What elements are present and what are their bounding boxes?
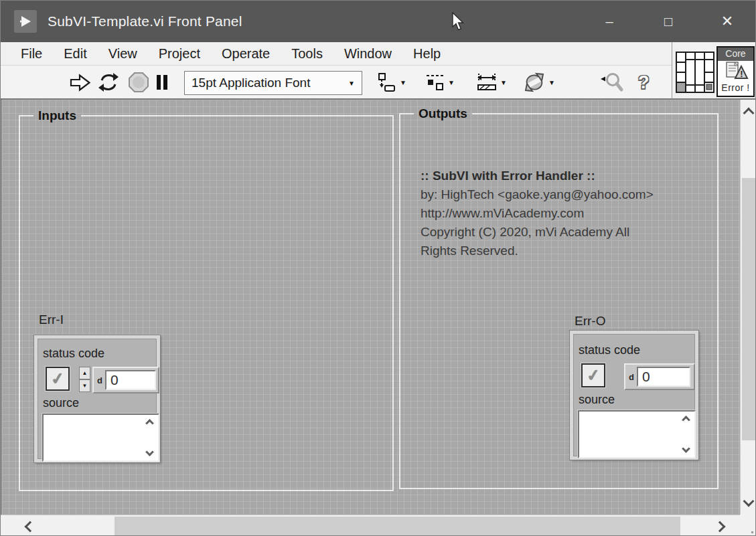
reorder-objects-icon [523, 72, 546, 93]
source-scrollbar[interactable] [142, 416, 157, 459]
status-label: status [579, 343, 611, 357]
labview-app-icon [14, 10, 37, 33]
code-field[interactable]: 0 [105, 370, 156, 390]
credits-line: by: HighTech <gaoke.yang@yahoo.com> [421, 185, 702, 204]
search-button[interactable] [599, 66, 625, 98]
mouse-cursor [452, 12, 467, 32]
grip-dots-icon [751, 531, 753, 533]
menu-tools[interactable]: Tools [281, 46, 333, 62]
pause-icon [155, 73, 169, 92]
pause-button[interactable] [155, 66, 169, 98]
scroll-right-icon[interactable] [714, 521, 726, 533]
menu-window[interactable]: Window [333, 46, 402, 62]
credits-line: Rights Reserved. [421, 242, 702, 260]
source-textarea[interactable] [578, 410, 696, 458]
scroll-up-icon[interactable] [145, 419, 154, 428]
vertical-scrollbar[interactable] [740, 100, 756, 515]
run-arrow-icon [70, 74, 91, 92]
increment-button[interactable]: ▲ [79, 367, 90, 379]
code-field-plate: d 0 [92, 367, 159, 393]
resize-objects-button[interactable]: ▼ [476, 66, 507, 98]
scroll-left-icon[interactable] [25, 521, 36, 533]
vi-icon-title: Core [718, 48, 753, 61]
radix-label: d [94, 375, 105, 385]
status-checkbox[interactable]: ✓ [46, 367, 70, 391]
decrement-button[interactable]: ▼ [79, 379, 90, 392]
help-icon: ? [638, 72, 650, 93]
menu-file[interactable]: File [10, 46, 53, 62]
menu-project[interactable]: Project [148, 46, 211, 62]
scroll-up-icon[interactable] [743, 108, 755, 119]
scroll-down-icon[interactable] [743, 496, 755, 507]
context-help-button[interactable]: ? [638, 66, 650, 98]
scroll-down-icon[interactable] [682, 444, 690, 453]
font-selector-value: 15pt Application Font [192, 76, 346, 90]
err-i-cluster: status code ✓ ▲ ▼ d 0 source [34, 335, 160, 462]
code-field[interactable]: 0 [637, 367, 690, 387]
search-icon [599, 71, 625, 94]
align-objects-icon [377, 72, 397, 92]
abort-octagon-icon [128, 72, 149, 93]
chevron-down-icon: ▼ [400, 79, 406, 86]
status-label: status [43, 347, 75, 361]
vi-badge-area: Core ! Error ! [672, 42, 756, 100]
credits-line: http://www.mViAcademy.com [421, 204, 702, 223]
chevron-down-icon: ▼ [448, 79, 455, 86]
credits-line: Copyright (C) 2020, mVi Academy All [421, 223, 702, 242]
checkmark-icon: ✓ [586, 365, 601, 385]
err-i-label: Err-I [39, 312, 64, 327]
close-button[interactable]: ✕ [698, 1, 756, 42]
source-label: source [43, 396, 79, 410]
align-objects-button[interactable]: ▼ [377, 66, 406, 98]
radix-label: d [625, 372, 637, 382]
source-textarea[interactable] [42, 414, 159, 462]
menu-view[interactable]: View [98, 46, 148, 62]
chevron-down-icon: ▼ [548, 79, 555, 86]
minimize-button[interactable]: – [580, 1, 639, 42]
menu-help[interactable]: Help [402, 46, 451, 62]
resize-objects-icon [476, 72, 498, 92]
credits-line: :: SubVI with Error Handler :: [421, 167, 702, 185]
abort-button[interactable] [128, 66, 149, 98]
font-selector[interactable]: 15pt Application Font ▼ [184, 71, 362, 95]
title-bar: SubVI-Template.vi Front Panel – □ ✕ [1, 1, 756, 42]
code-field-plate: d 0 [624, 363, 695, 390]
run-continuously-button[interactable] [96, 66, 121, 98]
resize-grip[interactable] [740, 515, 756, 536]
scroll-down-icon[interactable] [145, 448, 154, 456]
credits-text: :: SubVI with Error Handler :: by: HighT… [421, 167, 702, 260]
status-checkbox[interactable]: ✓ [581, 363, 605, 387]
vertical-scroll-thumb[interactable] [742, 178, 756, 440]
distribute-objects-icon [425, 72, 445, 92]
err-o-cluster: status code ✓ d 0 source [570, 331, 698, 460]
vi-icon[interactable]: Core ! Error ! [716, 46, 755, 97]
err-o-label: Err-O [575, 314, 605, 329]
reorder-objects-button[interactable]: ▼ [523, 66, 555, 98]
outputs-frame-title: Outputs [414, 106, 472, 121]
labview-front-panel-window: SubVI-Template.vi Front Panel – □ ✕ File… [0, 0, 756, 536]
code-label: code [614, 343, 640, 357]
svg-text:!: ! [740, 69, 743, 79]
horizontal-scrollbar[interactable] [1, 515, 740, 536]
play-arrow-icon [18, 14, 33, 29]
chevron-down-icon: ▼ [348, 80, 355, 87]
front-panel: Inputs Outputs :: SubVI with Error Handl… [1, 100, 740, 515]
horizontal-scroll-thumb[interactable] [115, 517, 680, 536]
toolbar: 15pt Application Font ▼ ▼ ▼ [1, 66, 672, 100]
code-spinner[interactable]: ▲ ▼ [79, 367, 90, 392]
menu-edit[interactable]: Edit [53, 46, 97, 62]
menu-operate[interactable]: Operate [211, 46, 281, 62]
vi-icon-error-label: Error ! [721, 82, 749, 93]
distribute-objects-button[interactable]: ▼ [425, 66, 455, 98]
run-button[interactable] [70, 66, 91, 98]
scroll-up-icon[interactable] [682, 416, 690, 424]
maximize-button[interactable]: □ [639, 1, 698, 42]
window-title: SubVI-Template.vi Front Panel [48, 13, 242, 29]
code-label: code [78, 347, 104, 361]
source-label: source [579, 393, 615, 407]
menu-bar: File Edit View Project Operate Tools Win… [1, 42, 672, 66]
chevron-down-icon: ▼ [500, 79, 507, 86]
error-document-icon: ! [723, 61, 749, 82]
source-scrollbar[interactable] [678, 413, 693, 456]
connector-pane-icon[interactable] [676, 52, 714, 93]
